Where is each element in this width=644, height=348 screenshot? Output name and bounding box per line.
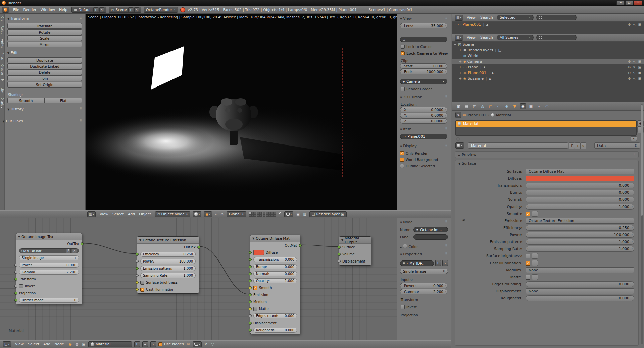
outliner-row-suzanne[interactable]: +Suzanne|⊙↖▣ <box>452 76 644 81</box>
properties-scrollbar[interactable] <box>641 104 643 344</box>
tab-render[interactable] <box>455 103 461 109</box>
close-button[interactable]: × <box>634 0 642 5</box>
refresh-icon[interactable]: ↺ <box>204 342 208 346</box>
use-nodes-checkbox[interactable]: Use Nodes <box>158 342 184 346</box>
tab-world[interactable] <box>480 103 486 109</box>
outliner-filter-dropdown[interactable]: Selected⇕ <box>497 15 534 20</box>
camera-restrict-toggle[interactable]: ▣ <box>638 60 641 63</box>
slider[interactable]: Transmission:0.000 <box>253 257 297 262</box>
collapse-icon[interactable]: ▼ <box>341 239 343 242</box>
socket-gray[interactable] <box>14 285 17 288</box>
slider[interactable]: Sampling Rate:1.000 <box>140 273 196 278</box>
new-material-button[interactable]: + <box>142 341 148 347</box>
tab-object-data[interactable] <box>512 103 518 109</box>
socket-green[interactable] <box>136 267 139 270</box>
slider[interactable]: 0.000 <box>526 183 634 188</box>
dropdown[interactable]: Octane Texture Emission <box>526 218 634 224</box>
transform-orientation-dropdown[interactable]: Global⇕ <box>227 211 246 217</box>
socket-yellow[interactable] <box>249 307 252 310</box>
slider[interactable]: Gamma:2.200 <box>19 270 79 275</box>
expander-icon[interactable]: · <box>453 23 457 26</box>
tool-button[interactable]: Join <box>7 75 82 81</box>
tab-particles[interactable] <box>536 103 542 109</box>
slider[interactable]: Roughness:0.000 <box>253 328 297 333</box>
socket-green[interactable] <box>14 278 17 281</box>
tool-tab[interactable]: Phys <box>1 53 4 60</box>
menu-item[interactable]: File <box>11 8 21 12</box>
panel-drag-icon[interactable]: ⠿ <box>445 244 447 247</box>
tool-button[interactable]: Duplicate <box>7 57 82 63</box>
collapse-icon[interactable]: ▼ <box>139 239 141 242</box>
fake-user-button[interactable]: F <box>66 249 71 253</box>
app-menu-button[interactable] <box>2 7 9 13</box>
display-option-checkbox[interactable]: World Background <box>400 158 447 162</box>
tab-constraints[interactable] <box>496 103 502 109</box>
snap-dropdown[interactable]: ▾ <box>193 341 202 347</box>
datablock-field[interactable]: ▾MYHDR.hdrF× <box>19 248 79 253</box>
fake-user-button[interactable]: F <box>569 142 575 149</box>
extra-button[interactable] <box>532 211 538 217</box>
expander-icon[interactable]: + <box>459 48 462 52</box>
cursor-location-slider[interactable]: X:0.0000 <box>400 107 447 112</box>
unlink-button[interactable]: × <box>72 249 77 253</box>
camera-restrict-toggle[interactable]: ▣ <box>638 23 641 26</box>
render-border-checkbox[interactable]: Render Border <box>401 87 432 91</box>
maximize-button[interactable]: □ <box>625 0 633 5</box>
socket-green[interactable] <box>14 299 17 302</box>
menu-item[interactable]: Object <box>137 212 153 216</box>
socket-gray[interactable] <box>14 271 17 274</box>
tool-tab[interactable]: Mi <box>1 79 4 82</box>
color-field[interactable] <box>526 176 634 181</box>
panel-header-cut-links[interactable]: ▼ Cut Links <box>3 119 23 123</box>
outliner-row-world[interactable]: ·World <box>452 53 644 59</box>
material-name-field[interactable]: Material <box>468 142 568 149</box>
socket-gray[interactable] <box>136 274 139 277</box>
menu-item[interactable]: Window <box>39 8 57 12</box>
breadcrumb-object[interactable]: Plane.001 <box>468 113 486 117</box>
collapse-icon[interactable]: ▼ <box>18 235 20 238</box>
outliner-view-menu[interactable]: View <box>466 15 477 20</box>
socket-gray[interactable] <box>338 260 341 263</box>
outliner-search-input[interactable] <box>536 15 577 20</box>
panel-drag-icon[interactable]: ⠿ <box>80 16 82 20</box>
eye-restrict-toggle[interactable]: ⊙ <box>628 77 631 80</box>
camera-restrict-toggle[interactable]: ▣ <box>638 65 641 69</box>
outliner-row-renderlayers[interactable]: +RenderLayers| <box>452 47 644 53</box>
cursor-restrict-toggle[interactable]: ↖ <box>633 23 636 26</box>
tool-button[interactable]: Translate <box>7 23 82 29</box>
lock-to-cursor-checkbox[interactable]: Lock to Cursor <box>401 45 432 49</box>
shader-type-material-icon[interactable]: ◉ <box>68 342 72 346</box>
dropdown[interactable]: None <box>526 288 634 294</box>
extra-button[interactable] <box>532 260 538 266</box>
unlink-button[interactable]: × <box>150 341 156 347</box>
snap-grid-icon[interactable]: ⊞ <box>186 342 190 346</box>
pivot-dropdown[interactable]: ◉▾ <box>204 211 212 217</box>
socket-green[interactable] <box>249 265 252 268</box>
outliner-view-menu[interactable]: View <box>466 35 477 40</box>
menu-item[interactable]: View <box>13 342 26 346</box>
outliner-search-menu[interactable]: Search <box>479 15 494 20</box>
node-name-field[interactable]: ◉Octane Im... <box>413 227 448 232</box>
panel-drag-icon[interactable]: ⠿ <box>445 16 447 20</box>
outliner-row-plane[interactable]: +Plane|⊙↖▣ <box>452 64 644 70</box>
expander-icon[interactable]: + <box>459 71 462 75</box>
panel-header-view[interactable]: ▼View <box>400 16 412 21</box>
expander-icon[interactable]: · <box>459 54 462 58</box>
socket-green[interactable] <box>197 246 200 249</box>
outliner-row-plane-001[interactable]: ·Plane.001|⊙↖▣ <box>452 22 644 27</box>
tool-button-set-origin[interactable]: Set Origin <box>7 82 82 88</box>
image-source-dropdown[interactable]: Single Image⇕ <box>400 269 448 274</box>
socket-green[interactable] <box>136 253 139 256</box>
outliner-filter-dropdown[interactable]: All Scenes⇕ <box>497 35 534 40</box>
socket-green[interactable] <box>249 279 252 282</box>
display-option-checkbox[interactable]: Outline Selected <box>400 164 447 168</box>
menu-item[interactable]: View <box>98 212 110 216</box>
shade-smooth-button[interactable]: Smooth <box>7 98 45 103</box>
socket-green[interactable] <box>249 329 252 332</box>
expander-icon[interactable]: + <box>459 60 462 63</box>
snap-dropdown[interactable]: ▾ <box>284 211 294 217</box>
checkbox[interactable] <box>526 212 530 216</box>
socket-yellow[interactable] <box>136 288 139 291</box>
slider[interactable]: Power:100.000 <box>140 259 196 264</box>
socket-gray[interactable] <box>249 314 252 317</box>
